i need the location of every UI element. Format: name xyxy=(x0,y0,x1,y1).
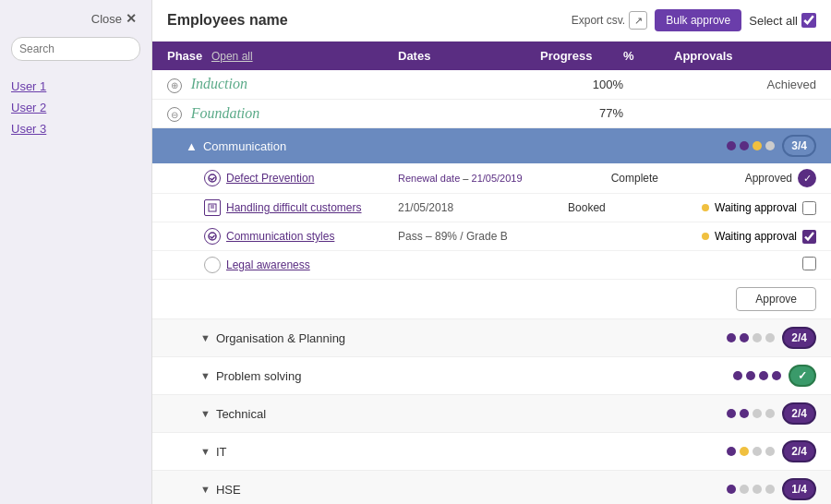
table-header: Phase Open all Dates Progress % Approval… xyxy=(152,42,831,70)
close-icon[interactable]: ✕ xyxy=(126,11,137,26)
comp-name-0: Organisation & Planning xyxy=(216,331,345,345)
other-comp-row-0: ▼ Organisation & Planning 2/4 xyxy=(152,319,831,357)
phase-row-foundation: ⊖ Foundation 77% xyxy=(152,100,831,129)
col-approvals: Approvals xyxy=(674,49,816,63)
skill-commstyles-name: Communication styles xyxy=(167,228,398,245)
bulk-approve-button[interactable]: Bulk approve xyxy=(655,9,741,31)
open-all-link[interactable]: Open all xyxy=(211,50,253,63)
approve-row: Approve xyxy=(152,280,831,319)
page-title: Employees name xyxy=(167,12,572,29)
main-header: Employees name Export csv. ↗ Bulk approv… xyxy=(152,0,831,42)
communication-collapse-icon[interactable]: ▲ xyxy=(186,139,198,153)
expand-arrow-1[interactable]: ▼ xyxy=(200,370,211,381)
other-competencies: ▼ Organisation & Planning 2/4 ▼ Problem … xyxy=(152,319,831,504)
comp-label-4: ▼ HSE xyxy=(167,483,398,497)
skill-row-legal: Legal awareness xyxy=(152,251,831,280)
dot-4 xyxy=(765,141,775,150)
skill-legal-name: Legal awareness xyxy=(167,257,398,273)
legal-approval xyxy=(802,257,816,273)
comp-label-0: ▼ Organisation & Planning xyxy=(167,331,398,345)
phase-expand-icon[interactable]: ⊕ xyxy=(167,78,182,93)
dot-0 xyxy=(727,485,736,494)
skill-row-handling: Handling difficult customers 21/05/2018 … xyxy=(152,194,831,222)
communication-dots xyxy=(727,141,775,150)
expand-arrow-2[interactable]: ▼ xyxy=(200,408,211,419)
sidebar-item-user1[interactable]: User 1 xyxy=(11,79,140,93)
other-comp-row-1: ▼ Problem solving ✓ xyxy=(152,357,831,395)
commstyles-date: Pass – 89% / Grade B xyxy=(398,230,568,243)
col-phase: Phase Open all xyxy=(167,49,398,63)
foundation-label: Foundation xyxy=(191,105,260,121)
sidebar-item-user2[interactable]: User 2 xyxy=(11,101,140,114)
export-icon: ↗ xyxy=(629,11,647,30)
col-dates: Dates xyxy=(398,49,540,63)
search-input[interactable] xyxy=(11,37,140,61)
waiting-dot-icon2 xyxy=(702,233,709,240)
dot-0 xyxy=(733,371,742,380)
dot-3 xyxy=(772,371,781,380)
skill-empty-icon xyxy=(204,257,221,273)
export-csv-button[interactable]: Export csv. ↗ xyxy=(572,11,647,30)
comp-dots-2 xyxy=(727,409,775,418)
close-label: Close xyxy=(91,12,122,26)
dot-0 xyxy=(727,447,736,456)
comp-dots-badge-4: 1/4 xyxy=(727,478,816,500)
commstyles-approval: Waiting approval xyxy=(702,230,816,244)
dot-3 xyxy=(765,485,775,494)
comp-dots-0 xyxy=(727,333,775,342)
skill-check-icon-commstyles xyxy=(204,228,221,245)
sidebar: Close ✕ User 1 User 2 User 3 xyxy=(0,0,152,504)
select-all-checkbox[interactable] xyxy=(801,13,816,28)
communication-badge: 3/4 xyxy=(782,135,816,157)
phase-induction-name: ⊕ Induction xyxy=(167,76,398,93)
legal-checkbox[interactable] xyxy=(802,257,816,270)
foundation-progress: 77% xyxy=(540,106,623,120)
dot-2 xyxy=(753,333,762,342)
comp-dots-badge-0: 2/4 xyxy=(727,327,816,349)
legal-link[interactable]: Legal awareness xyxy=(226,258,310,271)
expand-arrow-4[interactable]: ▼ xyxy=(200,484,211,495)
induction-label: Induction xyxy=(191,76,247,91)
comp-name-2: Technical xyxy=(216,407,266,421)
commstyles-link[interactable]: Communication styles xyxy=(226,230,334,243)
skill-row-commstyles: Communication styles Pass – 89% / Grade … xyxy=(152,222,831,251)
dot-1 xyxy=(740,409,749,418)
comp-dots-badge-1: ✓ xyxy=(733,365,816,387)
comp-label-1: ▼ Problem solving xyxy=(167,369,398,383)
approve-button[interactable]: Approve xyxy=(736,287,816,311)
dot-2 xyxy=(740,141,749,150)
export-label: Export csv. xyxy=(572,14,625,27)
dot-3 xyxy=(765,333,775,342)
comp-dots-3 xyxy=(727,447,775,456)
dot-3 xyxy=(753,141,762,150)
user-list: User 1 User 2 User 3 xyxy=(11,79,140,136)
close-button[interactable]: Close ✕ xyxy=(11,11,140,26)
expand-arrow-3[interactable]: ▼ xyxy=(200,446,211,457)
dot-2 xyxy=(753,485,762,494)
comp-name-1: Problem solving xyxy=(216,369,302,383)
defect-approval: Approved ✓ xyxy=(745,169,816,187)
expand-arrow-0[interactable]: ▼ xyxy=(200,332,211,343)
defect-prevention-link[interactable]: Defect Prevention xyxy=(226,172,314,185)
comp-label-2: ▼ Technical xyxy=(167,407,398,421)
skill-row-defect: Defect Prevention Renewal date – 21/05/2… xyxy=(152,163,831,194)
handling-status: Booked xyxy=(568,201,651,214)
phase-collapse-icon[interactable]: ⊖ xyxy=(167,107,182,122)
handling-checkbox[interactable] xyxy=(802,201,816,215)
communication-name: ▲ Communication xyxy=(167,139,398,153)
col-progress: Progress xyxy=(540,49,623,63)
comp-badge-4: 1/4 xyxy=(782,478,816,500)
svg-point-4 xyxy=(209,233,216,240)
sidebar-item-user3[interactable]: User 3 xyxy=(11,122,140,136)
comp-badge-3: 2/4 xyxy=(782,440,816,462)
handling-link[interactable]: Handling difficult customers xyxy=(226,201,362,214)
comp-dots-4 xyxy=(727,485,775,494)
comp-dots-1 xyxy=(733,371,781,380)
commstyles-checkbox[interactable] xyxy=(802,230,816,244)
waiting-dot-icon xyxy=(702,204,709,211)
handling-approval: Waiting approval xyxy=(702,201,816,215)
handling-date: 21/05/2018 xyxy=(398,201,568,214)
comp-badge-0: 2/4 xyxy=(782,327,816,349)
skill-book-icon xyxy=(204,199,221,216)
other-comp-row-3: ▼ IT 2/4 xyxy=(152,433,831,471)
